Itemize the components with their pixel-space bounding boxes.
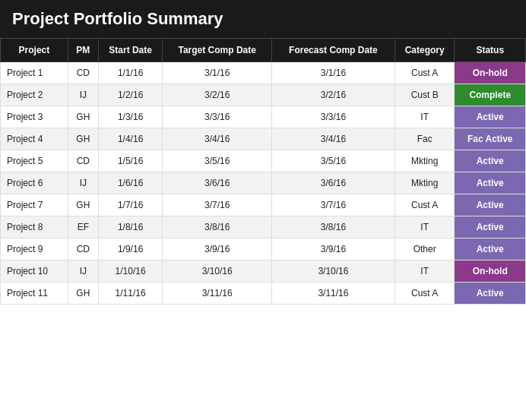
cell-target: 3/1/16 (163, 62, 272, 84)
cell-start: 1/11/16 (98, 283, 163, 305)
cell-pm: GH (68, 283, 98, 305)
cell-forecast: 3/2/16 (271, 84, 394, 106)
col-start-date: Start Date (98, 39, 163, 62)
cell-category: Cust A (394, 283, 455, 305)
cell-forecast: 3/11/16 (271, 283, 394, 305)
cell-start: 1/3/16 (98, 106, 163, 128)
cell-category: Mkting (394, 172, 455, 194)
cell-target: 3/8/16 (163, 216, 272, 238)
cell-pm: IJ (68, 84, 98, 106)
col-pm: PM (68, 39, 98, 62)
table-row: Project 7GH1/7/163/7/163/7/16Cust AActiv… (1, 194, 526, 216)
cell-category: IT (394, 106, 455, 128)
title-bar: Project Portfolio Summary (0, 0, 526, 38)
cell-project: Project 6 (1, 172, 68, 194)
cell-forecast: 3/8/16 (271, 216, 394, 238)
table-row: Project 2IJ1/2/163/2/163/2/16Cust BCompl… (1, 84, 526, 106)
cell-category: IT (394, 261, 455, 283)
cell-status: On-hold (455, 261, 526, 283)
cell-forecast: 3/10/16 (271, 261, 394, 283)
cell-category: Fac (394, 128, 455, 150)
cell-target: 3/2/16 (163, 84, 272, 106)
cell-status: Active (455, 172, 526, 194)
col-status: Status (455, 39, 526, 62)
cell-category: Other (394, 238, 455, 261)
col-project: Project (1, 39, 68, 62)
table-row: Project 9CD1/9/163/9/163/9/16OtherActive (1, 238, 526, 261)
cell-start: 1/6/16 (98, 172, 163, 194)
cell-forecast: 3/5/16 (271, 150, 394, 172)
cell-project: Project 4 (1, 128, 68, 150)
cell-forecast: 3/9/16 (271, 238, 394, 261)
cell-start: 1/2/16 (98, 84, 163, 106)
cell-forecast: 3/1/16 (271, 62, 394, 84)
cell-category: Cust A (394, 62, 455, 84)
cell-status: Active (455, 194, 526, 216)
cell-target: 3/6/16 (163, 172, 272, 194)
cell-project: Project 5 (1, 150, 68, 172)
cell-status: Fac Active (455, 128, 526, 150)
cell-start: 1/9/16 (98, 238, 163, 261)
cell-pm: CD (68, 238, 98, 261)
cell-status: Active (455, 238, 526, 261)
cell-target: 3/11/16 (163, 283, 272, 305)
cell-pm: GH (68, 194, 98, 216)
cell-category: Cust A (394, 194, 455, 216)
cell-pm: GH (68, 106, 98, 128)
table-row: Project 3GH1/3/163/3/163/3/16ITActive (1, 106, 526, 128)
table-body: Project 1CD1/1/163/1/163/1/16Cust AOn-ho… (1, 62, 526, 305)
cell-status: Active (455, 106, 526, 128)
cell-start: 1/10/16 (98, 261, 163, 283)
cell-status: Active (455, 283, 526, 305)
cell-pm: GH (68, 128, 98, 150)
cell-category: Mkting (394, 150, 455, 172)
table-row: Project 1CD1/1/163/1/163/1/16Cust AOn-ho… (1, 62, 526, 84)
cell-status: Active (455, 150, 526, 172)
col-category: Category (394, 39, 455, 62)
table-row: Project 10IJ1/10/163/10/163/10/16ITOn-ho… (1, 261, 526, 283)
cell-start: 1/1/16 (98, 62, 163, 84)
cell-target: 3/4/16 (163, 128, 272, 150)
cell-forecast: 3/4/16 (271, 128, 394, 150)
cell-project: Project 11 (1, 283, 68, 305)
table-row: Project 8EF1/8/163/8/163/8/16ITActive (1, 216, 526, 238)
table-row: Project 5CD1/5/163/5/163/5/16MktingActiv… (1, 150, 526, 172)
cell-status: On-hold (455, 62, 526, 84)
cell-pm: IJ (68, 172, 98, 194)
cell-start: 1/8/16 (98, 216, 163, 238)
cell-target: 3/9/16 (163, 238, 272, 261)
cell-forecast: 3/3/16 (271, 106, 394, 128)
cell-forecast: 3/7/16 (271, 194, 394, 216)
cell-start: 1/7/16 (98, 194, 163, 216)
cell-project: Project 7 (1, 194, 68, 216)
cell-forecast: 3/6/16 (271, 172, 394, 194)
cell-project: Project 10 (1, 261, 68, 283)
cell-project: Project 8 (1, 216, 68, 238)
table-header-row: Project PM Start Date Target Comp Date F… (1, 39, 526, 62)
cell-target: 3/5/16 (163, 150, 272, 172)
cell-start: 1/4/16 (98, 128, 163, 150)
cell-project: Project 9 (1, 238, 68, 261)
cell-target: 3/3/16 (163, 106, 272, 128)
cell-category: Cust B (394, 84, 455, 106)
table-row: Project 4GH1/4/163/4/163/4/16FacFac Acti… (1, 128, 526, 150)
cell-status: Active (455, 216, 526, 238)
cell-target: 3/7/16 (163, 194, 272, 216)
table-row: Project 11GH1/11/163/11/163/11/16Cust AA… (1, 283, 526, 305)
cell-project: Project 1 (1, 62, 68, 84)
cell-status: Complete (455, 84, 526, 106)
col-target-comp-date: Target Comp Date (163, 39, 272, 62)
table-row: Project 6IJ1/6/163/6/163/6/16MktingActiv… (1, 172, 526, 194)
col-forecast-comp-date: Forecast Comp Date (271, 39, 394, 62)
cell-project: Project 3 (1, 106, 68, 128)
cell-category: IT (394, 216, 455, 238)
cell-target: 3/10/16 (163, 261, 272, 283)
cell-pm: CD (68, 62, 98, 84)
project-table: Project PM Start Date Target Comp Date F… (0, 38, 526, 305)
cell-project: Project 2 (1, 84, 68, 106)
cell-start: 1/5/16 (98, 150, 163, 172)
page-title: Project Portfolio Summary (12, 9, 223, 28)
cell-pm: EF (68, 216, 98, 238)
cell-pm: CD (68, 150, 98, 172)
cell-pm: IJ (68, 261, 98, 283)
